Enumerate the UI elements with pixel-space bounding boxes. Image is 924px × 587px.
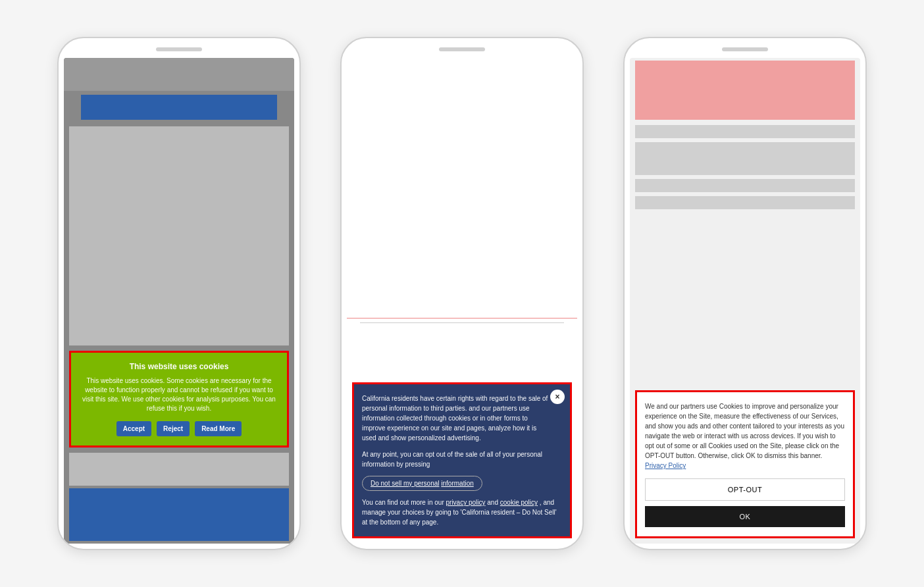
reject-button[interactable]: Reject [157,421,190,436]
phone1-gray-bar [64,58,294,91]
phone2-content: × California residents have certain righ… [347,58,577,544]
phone2-footer-links: You can find out more in our privacy pol… [362,498,562,527]
phone1-buttons: Accept Reject Read More [79,421,279,436]
phone-1: This website uses cookies This website u… [57,37,301,550]
phone2-line [360,322,564,324]
phone-speaker-3 [722,47,768,51]
phone2-cookie-banner: × California residents have certain righ… [352,382,572,538]
phone1-cookie-text: This website uses cookies. Some cookies … [79,376,279,413]
phone1-blue-bar [81,95,277,120]
phone3-cookie-banner: We and our partners use Cookies to impro… [635,390,855,538]
phone3-gray-bars [635,125,855,385]
accept-button[interactable]: Accept [116,421,151,436]
do-not-sell-button[interactable]: Do not sell my personal information [362,476,482,491]
phone3-privacy-policy-link[interactable]: Privacy Policy [645,462,686,469]
phone-speaker-1 [156,47,202,51]
phone2-middle-white [347,327,577,380]
phone-screen-1: This website uses cookies This website u… [64,58,294,544]
phone1-content-area [69,126,289,345]
opt-out-button[interactable]: OPT-OUT [645,478,845,501]
phone2-banner-text1: California residents have certain rights… [362,394,562,443]
phone1-cookie-banner: This website uses cookies This website u… [69,351,289,447]
cookie-policy-link[interactable]: cookie policy [500,499,538,506]
phone-2: × California residents have certain righ… [340,37,584,550]
phone3-gray-bar-1 [635,125,855,138]
phone3-gray-bar-2 [635,142,855,175]
phone3-pink-bar [635,61,855,120]
phone1-cookie-title: This website uses cookies [79,362,279,371]
phone3-gray-bar-3 [635,179,855,192]
phone2-footer-text1: At any point, you can opt out of the sal… [362,449,562,469]
privacy-policy-link[interactable]: privacy policy [446,499,486,506]
phone2-top-white [347,58,577,319]
phone-screen-2: × California residents have certain righ… [347,58,577,544]
read-more-button[interactable]: Read More [195,421,242,436]
phone3-cookie-text: We and our partners use Cookies to impro… [645,401,845,471]
phone3-content: We and our partners use Cookies to impro… [630,58,860,544]
phone1-bottom-gray [69,453,289,486]
phone-screen-3: We and our partners use Cookies to impro… [630,58,860,544]
phone3-gray-bar-4 [635,196,855,209]
ok-button[interactable]: OK [645,506,845,527]
phones-container: This website uses cookies This website u… [31,11,893,576]
close-button[interactable]: × [550,390,565,404]
phone1-content: This website uses cookies This website u… [64,58,294,544]
phone1-bottom-section [69,453,289,541]
phone-3: We and our partners use Cookies to impro… [623,37,867,550]
phone1-bottom-blue [69,488,289,541]
phone-speaker-2 [439,47,485,51]
